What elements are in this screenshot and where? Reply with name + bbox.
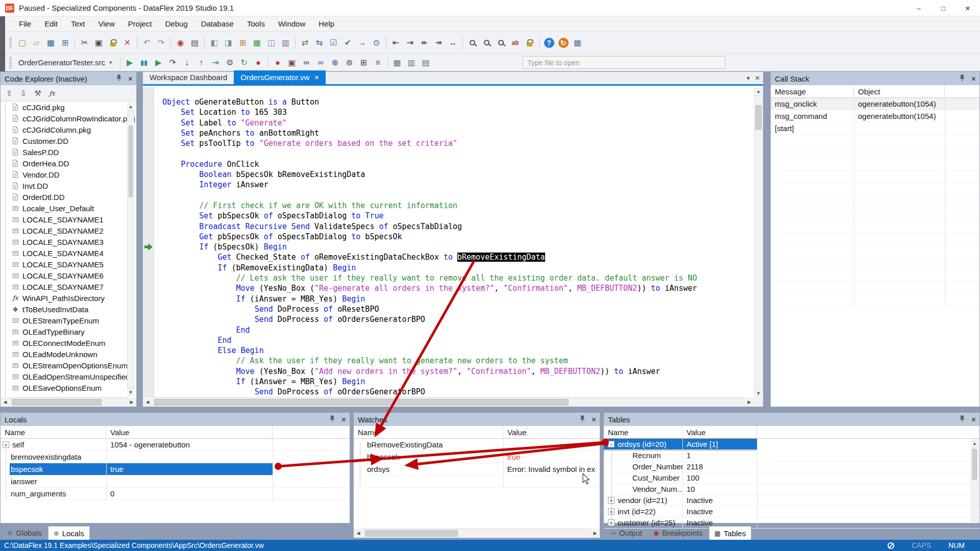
tree-item[interactable]: LOCALE_SDAYNAME7 (1, 281, 136, 292)
help-icon[interactable]: ? (542, 36, 556, 49)
locals-row-num_arguments[interactable]: num_arguments0 (1, 488, 350, 500)
menu-text[interactable]: Text (64, 16, 92, 32)
locals-row-bremoveexistingdata[interactable]: bremoveexistingdata (1, 451, 350, 463)
copy-icon[interactable]: ▣ (92, 36, 106, 49)
table-row-Vendor-Num-[interactable]: Vendor_Num...10 (604, 484, 979, 495)
rename-icon[interactable]: ab (508, 36, 522, 49)
scroll-left-icon[interactable]: ◀ (1, 397, 10, 407)
minimize-button[interactable]: – (906, 0, 931, 16)
column-header-value[interactable]: Value (682, 426, 757, 438)
code-explorer-toolbar-icon[interactable]: ◨ (222, 36, 235, 49)
scrollbar-thumb[interactable] (365, 530, 458, 537)
close-button[interactable]: ✕ (955, 0, 980, 16)
prev-error-icon[interactable]: ⇤ (389, 36, 403, 49)
close-icon[interactable]: ✕ (971, 416, 976, 423)
scroll-left-icon[interactable]: ◀ (354, 529, 363, 538)
tree-item[interactable]: LOCALE_SDAYNAME2 (1, 225, 136, 236)
code-text[interactable]: Object oGenerateButton is a Button Set L… (155, 87, 754, 397)
open-workspace-icon[interactable]: ▱ (30, 36, 43, 49)
workspace-explorer-icon[interactable]: ◧ (207, 36, 221, 49)
locals-row-ianswer[interactable]: ianswer (1, 475, 350, 488)
code-editor[interactable]: Object oGenerateButton is a Button Set L… (143, 87, 763, 397)
tree-item[interactable]: Locale_User_Default (1, 203, 136, 214)
column-header-message[interactable]: Message (771, 85, 854, 97)
step-out-icon[interactable]: ↑ (194, 56, 208, 69)
next-bookmark-icon[interactable]: ↠ (432, 36, 446, 49)
todo-check-icon[interactable]: ✔ (341, 36, 355, 49)
table-row-ordsys-id-20-[interactable]: −ordsys (id=20)Active [1] (604, 439, 757, 450)
table-row-Order-Number[interactable]: Order_Number2118 (604, 461, 979, 472)
tree-item[interactable]: cCJGridColumnRowIndicator.pkg (1, 113, 136, 124)
table-view-icon[interactable]: ⊞ (357, 56, 371, 69)
watch-row[interactable] (354, 475, 600, 488)
undo-icon[interactable]: ↶ (140, 36, 154, 49)
close-icon[interactable]: ✕ (971, 75, 976, 83)
file-open-search-input[interactable] (523, 56, 725, 69)
column-header-value[interactable]: Value (503, 426, 527, 438)
tree-item[interactable]: OLEadTypeBinary (1, 326, 136, 337)
lock-file-icon[interactable] (106, 36, 120, 49)
step-next-icon[interactable]: ▶ (152, 56, 165, 69)
call-stack-row[interactable]: [start] (771, 122, 979, 135)
tree-item[interactable]: OrderHea.DD (1, 158, 136, 169)
table-row-Cust-Number[interactable]: Cust_Number100 (604, 472, 979, 484)
code-explorer-vscrollbar[interactable]: ▲▼ (127, 103, 134, 396)
web-object-icon[interactable]: ◫ (264, 36, 278, 49)
pin-icon[interactable] (960, 74, 965, 83)
scroll-down-icon[interactable]: ▼ (127, 388, 134, 396)
menu-edit[interactable]: Edit (38, 16, 64, 32)
close-icon[interactable]: ✕ (128, 75, 133, 83)
scrollbar-thumb[interactable] (972, 449, 977, 480)
locals-tab-globals[interactable]: ⊕Globals (2, 526, 47, 540)
redo-icon[interactable]: ↷ (154, 36, 168, 49)
call-stack-header[interactable]: Call Stack ✕ (771, 72, 979, 85)
replace-icon[interactable] (494, 36, 508, 49)
save-icon[interactable]: ▦ (44, 36, 58, 49)
tables-header[interactable]: Tables ✕ (604, 413, 979, 426)
tab-list-chevron-icon[interactable]: ▾ (747, 74, 750, 82)
tree-item[interactable]: LOCALE_SDAYNAME5 (1, 259, 136, 270)
menu-window[interactable]: Window (272, 16, 312, 32)
call-stack-row[interactable]: msg_onclickogeneratebutton(1054) (771, 98, 979, 110)
table-row-Recnum[interactable]: Recnum1 (604, 450, 979, 461)
refresh-icon[interactable]: ↻ (556, 36, 570, 49)
step-into-icon[interactable]: ↓ (180, 56, 194, 69)
promote-object-icon[interactable]: ⇧ (3, 87, 16, 99)
maximize-button[interactable]: □ (931, 0, 955, 16)
tree-item[interactable]: LOCALE_SDAYNAME6 (1, 270, 136, 281)
new-file-icon[interactable]: ▢ (15, 36, 29, 49)
print-icon[interactable]: ▤ (188, 36, 202, 49)
watch-row-bspecsok[interactable]: bspecsoktrue (354, 451, 600, 463)
table-row-vendor-id-21-[interactable]: +vendor (id=21)Inactive (604, 495, 979, 506)
scroll-right-icon[interactable]: ▶ (127, 397, 136, 407)
watch-row-ordsys[interactable]: ordsysError: Invalid symbol in ex (354, 463, 600, 475)
tree-item[interactable]: OLEadOpenStreamUnspecified (1, 371, 136, 382)
column-header-name[interactable]: Name (604, 426, 682, 438)
methods-icon[interactable]: ⚒ (31, 87, 44, 99)
db-table-icon[interactable]: ▦ (390, 56, 404, 69)
current-project-selector[interactable]: OrderGeneratorTester.src▾ (15, 56, 117, 69)
tree-item[interactable]: Invt.DD (1, 180, 136, 191)
watches-header[interactable]: Watches ✕ (354, 413, 600, 426)
toggle-breakpoint-icon[interactable]: ● (271, 56, 285, 69)
pause-icon[interactable]: ▮▮ (137, 56, 151, 69)
pin-icon[interactable] (960, 415, 965, 424)
restart-icon[interactable]: ↻ (237, 56, 251, 69)
scrollbar-thumb[interactable] (154, 399, 569, 406)
locals-tab-locals[interactable]: ⊕Locals (48, 526, 90, 540)
globals-view-icon[interactable]: ⊕ (328, 56, 342, 69)
close-icon[interactable]: ✕ (591, 416, 597, 423)
table-row-invt-id-22-[interactable]: +invt (id=22)Inactive (604, 506, 979, 517)
watch-row-bRemoveExistingData[interactable]: bRemoveExistingData (354, 439, 600, 451)
menu-project[interactable]: Project (121, 16, 159, 32)
tree-item[interactable]: LOCALE_SDAYNAME1 (1, 214, 136, 225)
export-source-icon[interactable]: → (355, 36, 369, 49)
scroll-down-icon[interactable]: ▼ (754, 389, 763, 397)
object-browser-icon[interactable]: ⊚ (342, 56, 356, 69)
menu-database[interactable]: Database (194, 16, 240, 32)
save-all-icon[interactable]: ⊞ (58, 36, 72, 49)
run-to-cursor-icon[interactable]: ⇥ (209, 56, 223, 69)
locals-header[interactable]: Locals ✕ (1, 413, 350, 426)
menu-debug[interactable]: Debug (158, 16, 194, 32)
find-icon[interactable] (465, 36, 479, 49)
